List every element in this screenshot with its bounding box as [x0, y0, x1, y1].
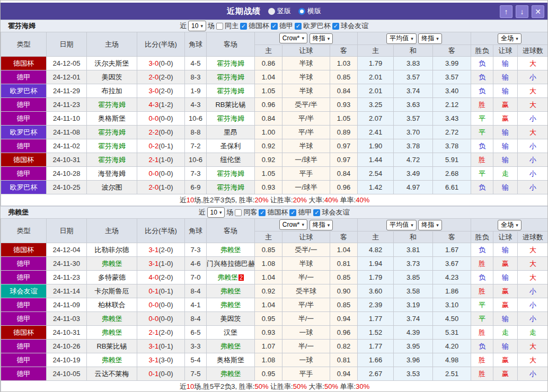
- score-cell: 2-1(2-0): [137, 326, 185, 340]
- avg-home-cell: 1.42: [358, 181, 394, 194]
- move-up-button[interactable]: ↑: [500, 5, 512, 18]
- close-button[interactable]: ✕: [532, 5, 544, 18]
- result-wdl-cell: 负: [471, 70, 493, 84]
- layout-radio-vertical[interactable]: 竖版: [268, 6, 291, 16]
- odds-away-cell: 0.97: [330, 139, 358, 153]
- competition-checkbox-2[interactable]: ✓: [313, 209, 320, 216]
- odds-home-cell: 0.92: [255, 284, 282, 298]
- corner-cell: 7-3: [185, 167, 207, 181]
- chevron-down-icon: ▾: [328, 36, 330, 41]
- match-row: 德国杯24-12-04比勒菲尔德3-1(2-0)7-3弗赖堡0.85受半/一1.…: [1, 243, 548, 257]
- odds-home-cell: 0.92: [255, 139, 282, 153]
- home-team-cell: 弗赖堡: [87, 326, 137, 340]
- home-team-cell: 霍芬海姆: [87, 153, 137, 167]
- score-fulltime: 2-0: [148, 73, 158, 81]
- avg-away-cell: 3.67: [433, 257, 471, 271]
- score-halftime: (2-0): [158, 273, 173, 281]
- date-cell: 24-10-28: [47, 167, 87, 181]
- recent-count-select[interactable]: 10▾: [188, 21, 206, 31]
- date-cell: 24-10-26: [47, 340, 87, 353]
- home-team-cell: 霍芬海姆: [87, 98, 137, 112]
- away-team-name: 霍芬海姆: [217, 59, 244, 67]
- home-team-cell: 沃尔夫斯堡: [87, 57, 137, 70]
- avg-source-select[interactable]: 平均值▾: [386, 33, 417, 44]
- result-goals-cell: 小: [518, 181, 548, 194]
- result-handicap-cell: 赢: [493, 353, 518, 367]
- scope-select[interactable]: 全场▾: [498, 33, 522, 44]
- recent-count-select-value: 10: [191, 22, 198, 30]
- odds-home-cell: 1.08: [255, 353, 282, 367]
- odds-home-cell: 1.05: [255, 167, 282, 181]
- score-cell: 2-2(0-0): [137, 126, 185, 139]
- summary-text: 30%: [356, 382, 369, 390]
- date-cell: 24-12-04: [47, 243, 87, 257]
- chevron-down-icon: ▾: [219, 210, 222, 215]
- avg-away-cell: 6.61: [433, 181, 471, 194]
- avg-stage-select[interactable]: 终指▾: [418, 220, 442, 230]
- match-row: 德国杯24-10-31弗赖堡2-1(2-0)6-5汉堡0.93一球0.961.5…: [1, 326, 548, 340]
- home-team-cell: 云达不莱梅: [87, 367, 137, 381]
- odds-source-select[interactable]: Crow*▾: [279, 219, 307, 230]
- avg-source-select[interactable]: 平均值▾: [386, 220, 417, 230]
- score-fulltime: 3-1: [148, 356, 158, 364]
- chevron-down-icon: ▾: [436, 36, 439, 41]
- avg-draw-cell: 3.49: [394, 167, 433, 181]
- layout-radio-horizontal[interactable]: 横版: [298, 6, 321, 16]
- competition-checkbox-1[interactable]: ✓: [271, 23, 278, 30]
- competition-checkbox-3[interactable]: ✓: [332, 23, 339, 30]
- move-down-button[interactable]: ↓: [516, 5, 528, 18]
- odds-away-cell: 0.94: [330, 367, 358, 381]
- avg-home-cell: 3.25: [358, 98, 394, 112]
- home-team-cell: 海登海姆: [87, 167, 137, 181]
- result-wdl-cell: 胜: [471, 353, 493, 367]
- score-halftime: (1-2): [158, 101, 173, 109]
- competition-checkbox-2[interactable]: ✓: [295, 23, 302, 30]
- score-fulltime: 0-0: [148, 315, 158, 323]
- odds-home-cell: 0.84: [255, 112, 282, 126]
- competition-checkbox-1[interactable]: ✓: [289, 209, 296, 216]
- score-fulltime: 2-1: [148, 156, 158, 164]
- avg-draw-cell: 3.85: [394, 271, 433, 284]
- odds-stage-select[interactable]: 终指▾: [310, 220, 333, 230]
- avg-stage-select-value: 终指: [421, 220, 434, 229]
- radio-vertical-icon[interactable]: [268, 8, 275, 15]
- odds-source-select[interactable]: Crow*▾: [279, 33, 307, 43]
- sub-column-header: 和: [394, 231, 433, 243]
- type-cell: 德甲: [1, 271, 47, 284]
- same-venue-checkbox[interactable]: [216, 23, 223, 30]
- away-team-cell: 弗赖堡: [207, 367, 255, 381]
- competition-checkbox-0[interactable]: ✓: [240, 23, 247, 30]
- scope-select-value: 全场: [501, 220, 514, 229]
- odds-stage-select[interactable]: 终指▾: [310, 33, 333, 44]
- odds-group1-header: Crow*▾ 终指▾: [255, 32, 358, 45]
- radio-horizontal-icon[interactable]: [298, 8, 305, 15]
- avg-draw-cell: 4.72: [394, 153, 433, 167]
- away-team-name: 弗赖堡: [220, 287, 241, 295]
- odds-away-cell: 1.04: [330, 243, 358, 257]
- result-wdl-cell: 平: [471, 112, 493, 126]
- score-fulltime: 2-2: [148, 128, 158, 136]
- result-goals-cell: 小: [518, 112, 548, 126]
- result-goals-cell: 大: [518, 243, 548, 257]
- avg-away-cell: 3.43: [433, 112, 471, 126]
- corner-cell: 8-4: [185, 312, 207, 326]
- avg-home-cell: 1.79: [358, 57, 394, 70]
- same-venue-checkbox[interactable]: [235, 209, 242, 216]
- avg-stage-select[interactable]: 终指▾: [418, 33, 442, 44]
- avg-away-cell: 4.23: [433, 271, 471, 284]
- summary-text: 场,胜5平2负3, 胜率:: [194, 382, 254, 390]
- competition-checkbox-0[interactable]: ✓: [259, 209, 266, 216]
- away-team-cell: 弗赖堡2: [207, 271, 255, 284]
- away-team-cell: 霍芬海姆: [207, 70, 255, 84]
- avg-draw-cell: 3.96: [394, 353, 433, 367]
- result-handicap-cell: 赢: [493, 284, 518, 298]
- type-cell: 德甲: [1, 167, 47, 181]
- sub-column-header: 主: [358, 45, 394, 57]
- scope-select[interactable]: 全场▾: [498, 220, 522, 230]
- handicap-cell: 一/球半: [282, 153, 330, 167]
- handicap-cell: 平/半: [282, 298, 330, 312]
- recent-count-select[interactable]: 10▾: [207, 207, 225, 218]
- odds-stage-select-value: 终指: [313, 220, 325, 229]
- odds-home-cell: 0.85: [255, 243, 282, 257]
- type-cell: 欧罗巴杯: [1, 181, 47, 194]
